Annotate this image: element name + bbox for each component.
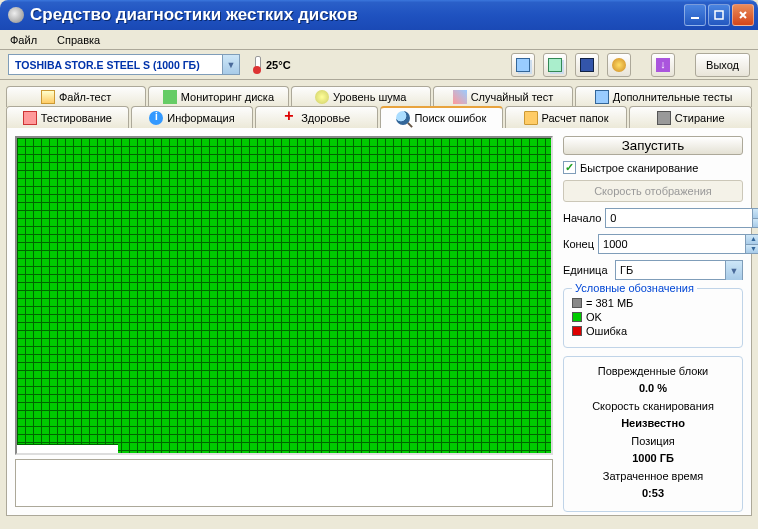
position-label: Позиция (572, 433, 734, 450)
random-icon (453, 90, 467, 104)
info-icon: i (149, 111, 163, 125)
log-output (15, 459, 553, 507)
temperature-display: 25°C (252, 56, 291, 74)
tab-errors[interactable]: Поиск ошибок (380, 106, 503, 128)
close-icon (738, 10, 748, 20)
elapsed-value: 0:53 (572, 485, 734, 502)
minimize-button[interactable] (684, 4, 706, 26)
run-button[interactable]: Запустить (563, 136, 743, 155)
end-label: Конец (563, 238, 594, 250)
tab-extra[interactable]: Дополнительные тесты (575, 86, 752, 107)
tab-file-test[interactable]: Файл-тест (6, 86, 146, 107)
menubar: Файл Справка (0, 30, 758, 50)
spin-up-icon[interactable]: ▲ (745, 235, 758, 245)
minimize-icon (690, 10, 700, 20)
extra-tests-icon (595, 90, 609, 104)
test-icon (23, 111, 37, 125)
stats-group: Поврежденные блоки 0.0 % Скорость сканир… (563, 356, 743, 512)
screenshot-button[interactable] (543, 53, 567, 77)
copy-button[interactable] (511, 53, 535, 77)
end-spinner[interactable]: ▲▼ (598, 234, 758, 254)
unit-label: Единица (563, 264, 611, 276)
ok-swatch (572, 312, 582, 322)
health-icon (283, 111, 297, 125)
screenshot-icon (548, 58, 562, 72)
tab-testing[interactable]: Тестирование (6, 106, 129, 128)
error-scan-panel: Запустить ✓ Быстрое сканирование Скорост… (6, 128, 752, 516)
legend-title: Условные обозначения (572, 282, 697, 294)
tab-erase[interactable]: Стирание (629, 106, 752, 128)
block-size-swatch (572, 298, 582, 308)
spin-down-icon[interactable]: ▼ (745, 245, 758, 254)
menu-file[interactable]: Файл (4, 32, 43, 48)
start-label: Начало (563, 212, 601, 224)
toolbar: TOSHIBA STOR.E STEEL S (1000 ГБ) ▼ 25°C … (0, 50, 758, 80)
spin-up-icon[interactable]: ▲ (752, 209, 758, 219)
tab-disk-monitor[interactable]: Мониторинг диска (148, 86, 288, 107)
drive-selected-text: TOSHIBA STOR.E STEEL S (1000 ГБ) (9, 59, 222, 71)
window-title: Средство диагностики жестких дисков (30, 5, 684, 25)
settings-button[interactable] (607, 53, 631, 77)
tab-noise[interactable]: Уровень шума (291, 86, 431, 107)
scan-speed-label: Скорость сканирования (572, 398, 734, 415)
start-input[interactable] (606, 209, 752, 227)
thermometer-icon (252, 56, 262, 74)
scan-grid (15, 136, 553, 455)
file-test-icon (41, 90, 55, 104)
titlebar: Средство диагностики жестких дисков (0, 0, 758, 30)
close-button[interactable] (732, 4, 754, 26)
floppy-icon (580, 58, 594, 72)
tab-random[interactable]: Случайный тест (433, 86, 573, 107)
position-value: 1000 ГБ (572, 450, 734, 467)
elapsed-label: Затраченное время (572, 468, 734, 485)
spin-down-icon[interactable]: ▼ (752, 219, 758, 228)
update-button[interactable]: ↓ (651, 53, 675, 77)
damaged-label: Поврежденные блоки (572, 363, 734, 380)
drive-selector[interactable]: TOSHIBA STOR.E STEEL S (1000 ГБ) ▼ (8, 54, 240, 75)
chevron-down-icon[interactable]: ▼ (222, 55, 239, 74)
tab-info[interactable]: iИнформация (131, 106, 254, 128)
folder-icon (524, 111, 538, 125)
display-speed-button: Скорость отображения (563, 180, 743, 202)
chart-icon (163, 90, 177, 104)
legend-group: Условные обозначения = 381 МБ OK Ошибка (563, 288, 743, 348)
fast-scan-checkbox[interactable]: ✓ Быстрое сканирование (563, 161, 743, 174)
menu-help[interactable]: Справка (51, 32, 106, 48)
download-icon: ↓ (656, 58, 670, 72)
svg-rect-1 (715, 11, 723, 19)
damaged-value: 0.0 % (572, 380, 734, 397)
exit-button[interactable]: Выход (695, 53, 750, 77)
svg-rect-0 (691, 17, 699, 19)
unit-combo[interactable]: ГБ ▼ (615, 260, 743, 280)
gear-icon (612, 58, 626, 72)
maximize-icon (714, 10, 724, 20)
tab-folders[interactable]: Расчет папок (505, 106, 628, 128)
scan-speed-value: Неизвестно (572, 415, 734, 432)
start-spinner[interactable]: ▲▼ (605, 208, 758, 228)
tab-health[interactable]: Здоровье (255, 106, 378, 128)
maximize-button[interactable] (708, 4, 730, 26)
speaker-icon (315, 90, 329, 104)
app-icon (8, 7, 24, 23)
trash-icon (657, 111, 671, 125)
check-icon: ✓ (563, 161, 576, 174)
chevron-down-icon[interactable]: ▼ (725, 261, 742, 280)
save-button[interactable] (575, 53, 599, 77)
copy-icon (516, 58, 530, 72)
search-icon (396, 111, 410, 125)
temperature-value: 25°C (266, 59, 291, 71)
end-input[interactable] (599, 235, 745, 253)
error-swatch (572, 326, 582, 336)
